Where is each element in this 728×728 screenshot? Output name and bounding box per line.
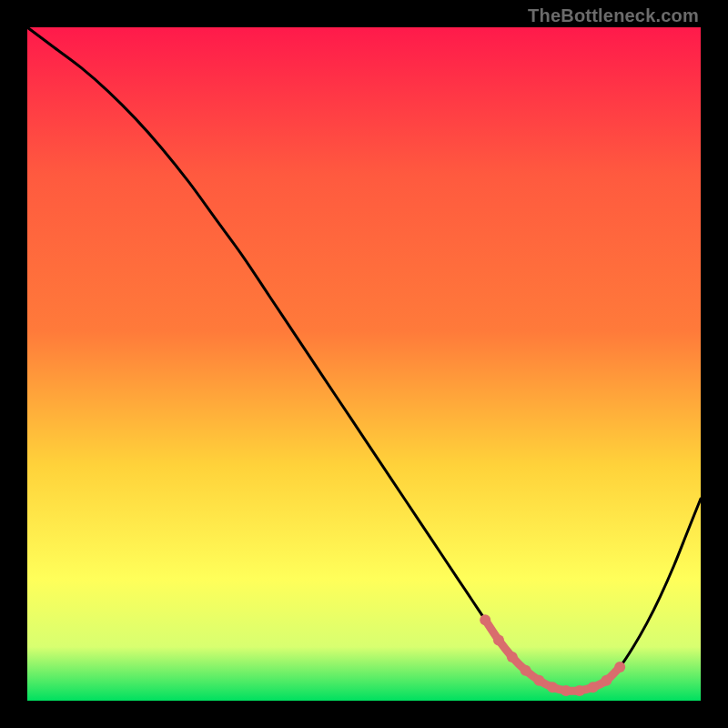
optimal-range-dot [574, 685, 585, 696]
optimal-range-dot [533, 675, 544, 686]
chart-frame [27, 27, 701, 701]
optimal-range-dot [561, 685, 571, 696]
watermark-text: TheBottleneck.com [528, 5, 699, 26]
optimal-range-dot [521, 665, 531, 676]
optimal-range-dot [507, 652, 518, 662]
optimal-range-dot [614, 662, 625, 672]
optimal-range-dot [547, 682, 558, 693]
optimal-range-dot [601, 675, 612, 686]
optimal-range-dot [588, 682, 599, 693]
bottleneck-chart [27, 27, 701, 701]
optimal-range-dot [480, 614, 490, 625]
optimal-range-dot [493, 634, 504, 645]
gradient-background [27, 27, 701, 701]
